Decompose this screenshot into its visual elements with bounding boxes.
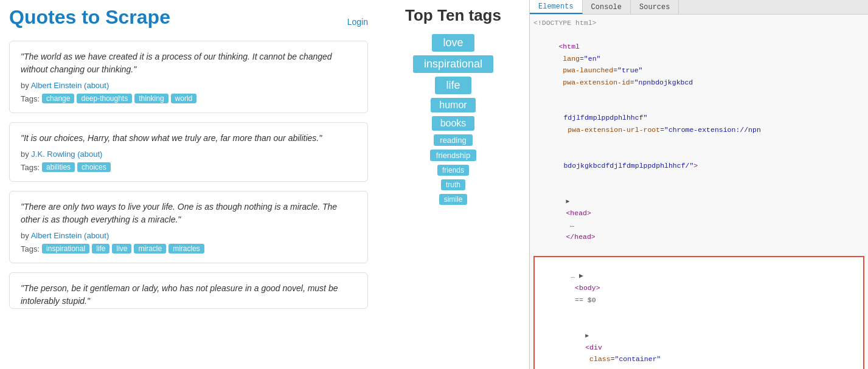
tag-cloud-item[interactable]: love (432, 34, 474, 52)
author-link[interactable]: Albert Einstein (31, 81, 82, 90)
tag-badge[interactable]: deep-thoughts (77, 94, 132, 103)
quote-text: "There are only two ways to live your li… (21, 201, 356, 226)
tag-cloud-item[interactable]: inspirational (413, 55, 493, 73)
about-link[interactable]: (about) (77, 150, 102, 159)
html-tag: > (693, 162, 698, 170)
collapse-arrow: ▶ (566, 198, 569, 205)
tab-sources[interactable]: Sources (631, 0, 679, 14)
html-attr: pwa-extension-url-root (563, 126, 660, 134)
tag-cloud-item[interactable]: simile (439, 194, 468, 205)
author-link[interactable]: J.K. Rowling (31, 150, 75, 159)
html-line: <!DOCTYPE html> (533, 17, 864, 29)
quote-card: "The person, be it gentleman or lady, wh… (9, 272, 368, 309)
tag-cloud-item[interactable]: friends (437, 165, 469, 176)
quotes-list: "The world as we have created it is a pr… (9, 41, 368, 309)
site-title: Quotes to Scrape (9, 6, 170, 29)
html-val: "npnbdojkgkbcd (634, 78, 693, 86)
tag-badge[interactable]: thinking (134, 94, 168, 103)
tag-badge[interactable]: world (171, 94, 197, 103)
tag-cloud-item[interactable]: life (435, 77, 471, 94)
tag-cloud-item[interactable]: humor (431, 98, 475, 112)
tag-badge[interactable]: live (112, 244, 131, 253)
devtools-tabs: Elements Console Sources (530, 0, 868, 15)
html-attr: lang (558, 55, 580, 63)
html-tag: <head> (566, 209, 591, 217)
equals-sign: … ▶ (571, 272, 583, 280)
quote-author-line: by Albert Einstein (about) (21, 81, 356, 90)
html-line: fdjlfdmplppdphlhhcf" pwa-extension-url-r… (533, 100, 864, 148)
tags-section: Top Ten tags love inspirational life hum… (377, 0, 529, 369)
tags-label: Tags: (21, 163, 40, 172)
html-tag: <div (585, 343, 602, 351)
quote-text: "The world as we have created it is a pr… (21, 50, 356, 76)
quote-tags-line: Tags: abilities choices (21, 162, 356, 172)
quote-tags-line: Tags: change deep-thoughts thinking worl… (21, 94, 356, 103)
html-line: bdojkgkbcdfdjlfdmplppdphlhhcf/"> (533, 148, 864, 184)
tag-badge[interactable]: abilities (42, 162, 75, 172)
tag-cloud-item[interactable]: truth (441, 179, 465, 190)
devtools-panel: Elements Console Sources <!DOCTYPE html>… (529, 0, 868, 369)
html-attr: pwa-extension-id (558, 78, 630, 86)
html-val: fdjlfdmplppdphlhhcf" (563, 114, 647, 122)
tags-label: Tags: (21, 244, 40, 253)
body-marker: == $0 (571, 296, 595, 304)
html-val: "container" (615, 355, 661, 363)
tag-badge[interactable]: miracle (134, 244, 166, 253)
tag-badge[interactable]: inspirational (42, 244, 89, 253)
quote-text: "It is our choices, Harry, that show wha… (21, 132, 356, 145)
devtools-body: <!DOCTYPE html> <html lang="en" pwa-laun… (530, 15, 868, 369)
html-attr: class (585, 355, 610, 363)
quote-author-line: by J.K. Rowling (about) (21, 150, 356, 159)
quote-tags-line: Tags: inspirational life live miracle mi… (21, 244, 356, 253)
collapse-arrow: ▶ (585, 333, 589, 339)
quote-card: "There are only two ways to live your li… (9, 191, 368, 263)
about-link[interactable]: (about) (84, 81, 109, 90)
html-line: ▶ <div class="container" > … </div> (537, 318, 861, 369)
quote-card: "The world as we have created it is a pr… (9, 41, 368, 113)
quote-author-line: by Albert Einstein (about) (21, 231, 356, 240)
html-tag: <body> (571, 284, 600, 292)
login-link[interactable]: Login (347, 17, 368, 27)
header-row: Quotes to Scrape Login (9, 6, 368, 38)
html-line: ▶ <head> … </head> (533, 184, 864, 255)
html-line: <html lang="en" pwa-launched="true" pwa-… (533, 29, 864, 100)
html-tag-open: <html (558, 43, 580, 50)
about-link[interactable]: (about) (84, 231, 109, 240)
tag-cloud-item[interactable]: reading (434, 134, 472, 146)
tags-label: Tags: (21, 94, 40, 103)
html-attr: pwa-launched (558, 66, 613, 74)
author-link[interactable]: Albert Einstein (31, 231, 82, 240)
collapsed-text: … (566, 221, 578, 229)
highlighted-block: … ▶ <body> == $0 ▶ <div class="container… (533, 256, 864, 369)
tab-elements[interactable]: Elements (530, 0, 583, 14)
html-tag: </head> (566, 233, 595, 241)
html-val: "chrome-extension://npn (664, 126, 761, 134)
tag-cloud-item[interactable]: friendship (430, 150, 476, 161)
html-val: "en" (584, 55, 601, 63)
html-val: bdojkgkbcdfdjlfdmplppdphlhhcf/" (563, 162, 693, 170)
tag-cloud-item[interactable]: books (432, 116, 475, 131)
html-val: "true" (617, 66, 642, 74)
quote-text: "The person, be it gentleman or lady, wh… (21, 282, 356, 308)
tag-badge[interactable]: miracles (168, 244, 204, 253)
quote-card: "It is our choices, Harry, that show wha… (9, 122, 368, 182)
tag-badge[interactable]: life (92, 244, 109, 253)
html-line: … ▶ <body> == $0 (537, 258, 861, 318)
tag-badge[interactable]: change (42, 94, 74, 103)
tags-title: Top Ten tags (389, 6, 517, 25)
main-content: Quotes to Scrape Login "The world as we … (0, 0, 377, 369)
tab-console[interactable]: Console (583, 0, 631, 14)
tag-badge[interactable]: choices (77, 162, 111, 172)
tag-cloud: love inspirational life humor books read… (389, 34, 517, 205)
